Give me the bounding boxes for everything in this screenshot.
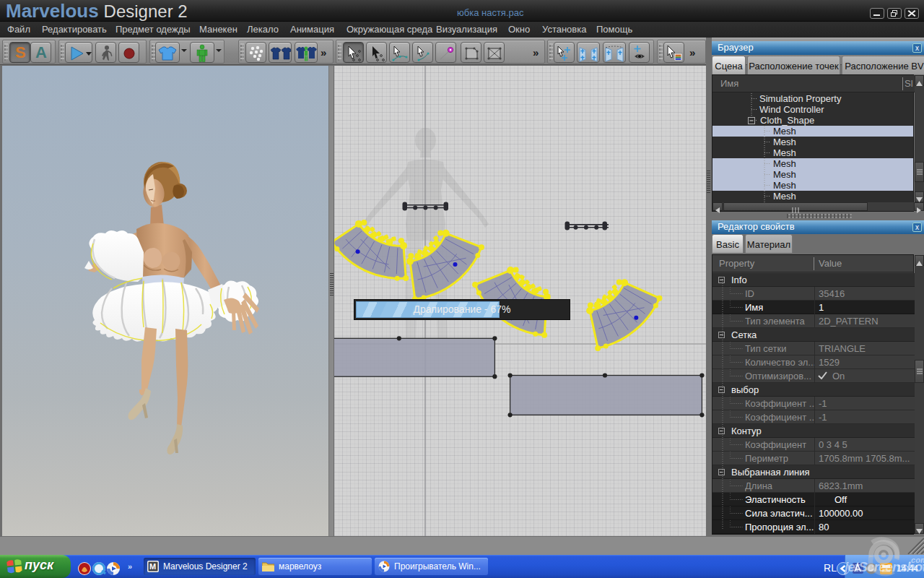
svg-text:M: M: [149, 562, 156, 571]
svg-text:»: »: [128, 562, 132, 571]
